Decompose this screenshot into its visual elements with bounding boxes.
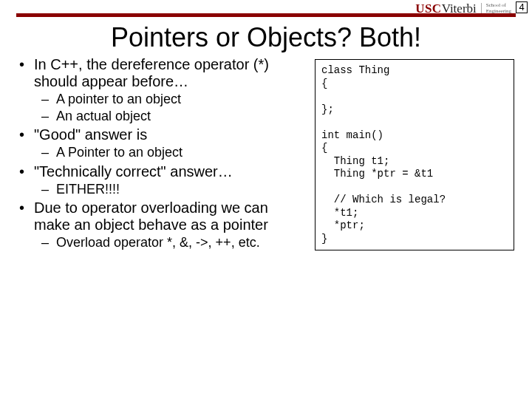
bullet-3: "Technically correct" answer… EITHER!!!!: [30, 163, 307, 198]
content-area: In C++, the dereference operator (*) sho…: [18, 56, 514, 392]
page-number: 4: [516, 1, 528, 13]
bullet-1-text: In C++, the dereference operator (*) sho…: [34, 56, 269, 89]
bullet-column: In C++, the dereference operator (*) sho…: [18, 56, 307, 392]
bullet-1-sub-2: An actual object: [53, 109, 307, 125]
bullet-2-sub-1: A Pointer to an object: [53, 145, 307, 161]
bullet-2: "Good" answer is A Pointer to an object: [30, 126, 307, 161]
slide-title: Pointers or Objects? Both!: [0, 22, 532, 53]
header-rule: [16, 13, 516, 17]
bullet-3-sub-1: EITHER!!!!: [53, 182, 307, 198]
bullet-2-text: "Good" answer is: [34, 126, 147, 143]
bullet-4-text: Due to operator overloading we can make …: [34, 200, 268, 233]
bullet-4-sub-1: Overload operator *, &, ->, ++, etc.: [53, 235, 307, 251]
bullet-1: In C++, the dereference operator (*) sho…: [30, 56, 307, 124]
bullet-4: Due to operator overloading we can make …: [30, 200, 307, 251]
code-block: class Thing { }; int main() { Thing t1; …: [315, 59, 514, 250]
bullet-1-sub-1: A pointer to an object: [53, 92, 307, 108]
bullet-3-text: "Technically correct" answer…: [34, 163, 233, 180]
